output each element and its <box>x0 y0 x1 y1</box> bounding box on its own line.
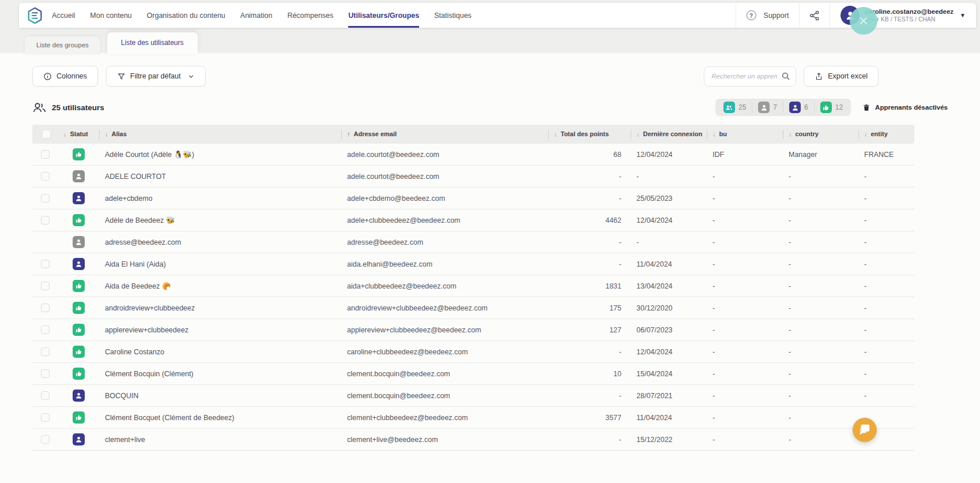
row-checkbox[interactable] <box>41 260 50 268</box>
disabled-learners-button[interactable]: Apprenants désactivés <box>862 103 948 112</box>
badge-person-6[interactable]: 6 <box>783 102 814 113</box>
badge-person-7[interactable]: 7 <box>752 102 783 113</box>
row-checkbox[interactable] <box>41 216 50 224</box>
cell-entity: - <box>858 282 914 290</box>
cell-entity: - <box>858 238 914 246</box>
badge-users-25[interactable]: 25 <box>718 102 752 113</box>
row-checkbox[interactable] <box>41 369 50 378</box>
column-header-country[interactable]: ↓country <box>783 125 858 144</box>
table-row[interactable]: androidreview+clubbeedeezandroidreview+c… <box>32 297 914 319</box>
row-checkbox-cell <box>32 282 58 290</box>
table-row[interactable]: Aida El Hani (Aida)aida.elhani@beedeez.c… <box>32 253 914 275</box>
table-row[interactable]: adele+cbdemoadele+cbdemo@beedeez.com-25/… <box>32 188 914 209</box>
nav-item-utilisateurs-groupes[interactable]: Utilisateurs/Groupes <box>348 3 419 28</box>
row-checkbox[interactable] <box>41 172 50 181</box>
table-row[interactable]: Adèle Courtot (Adèle 🐧🐝)adele.courtot@be… <box>32 144 914 166</box>
cell-country: - <box>783 436 858 444</box>
select-all-checkbox[interactable] <box>42 130 51 138</box>
chevron-down-icon <box>187 73 195 80</box>
toolbar-right: Export excel <box>704 66 879 87</box>
cell-alias: Aida El Hani (Aida) <box>99 260 341 268</box>
row-checkbox-cell <box>32 172 58 181</box>
table-header: ↓Statut↓Alias↑Adresse email↓Total des po… <box>32 125 914 144</box>
row-checkbox[interactable] <box>41 282 50 290</box>
cell-country: - <box>783 260 858 268</box>
cell-email: adele+cbdemo@beedeez.com <box>341 194 548 203</box>
cell-email: androidreview+clubbeedeez@beedeez.com <box>341 304 548 312</box>
cell-points: 10 <box>548 370 631 378</box>
cell-points: - <box>548 260 631 268</box>
column-label: entity <box>871 130 888 137</box>
cell-last-login: 13/04/2024 <box>631 282 707 290</box>
cell-email: clement+clubbeedeez@beedeez.com <box>341 414 548 422</box>
status-active-icon <box>73 411 85 424</box>
table-row[interactable]: Caroline Costanzocaroline+clubbeedeez@be… <box>32 341 914 363</box>
table-row[interactable]: Adèle de Beedeez 🐝adele+clubbeedeez@beed… <box>32 209 914 231</box>
cell-alias: Clément Bocquet (Clément de Beedeez) <box>99 414 341 422</box>
row-checkbox[interactable] <box>41 150 50 159</box>
column-header-adresse-email[interactable]: ↑Adresse email <box>341 125 548 144</box>
tab-liste-des-utilisateurs[interactable]: Liste des utilisateurs <box>107 32 198 54</box>
cell-country: - <box>783 282 858 290</box>
row-checkbox-cell <box>32 304 58 312</box>
columns-button[interactable]: Colonnes <box>32 66 98 87</box>
nav-item-animation[interactable]: Animation <box>240 3 273 28</box>
row-checkbox-cell <box>32 260 58 268</box>
row-checkbox[interactable] <box>41 325 50 334</box>
cell-last-login: 12/04/2024 <box>631 151 707 159</box>
table-row[interactable]: ADELE COURTOTadele.courtot@beedeez.com--… <box>32 166 914 188</box>
cell-statut <box>58 390 99 402</box>
org-share-icon[interactable] <box>799 3 830 28</box>
count-row: 25 utilisateurs 257612 Apprenants désact… <box>32 99 948 116</box>
row-checkbox[interactable] <box>41 194 50 203</box>
table-row[interactable]: BOCQUINclement.bocquin@beedeez.com-28/07… <box>32 385 914 407</box>
nav-item-accueil[interactable]: Accueil <box>52 3 75 28</box>
table-row[interactable]: Clément Bocquet (Clément de Beedeez)clem… <box>32 407 914 429</box>
tab-liste-des-groupes[interactable]: Liste des groupes <box>25 36 100 54</box>
cell-country: - <box>783 392 858 400</box>
nav-item-statistiques[interactable]: Statistiques <box>434 3 472 28</box>
row-checkbox[interactable] <box>41 435 50 444</box>
nav-item-r-compenses[interactable]: Récompenses <box>287 3 333 28</box>
column-header-bu[interactable]: ↓bu <box>707 125 783 144</box>
badge-thumb-12[interactable]: 12 <box>814 102 849 113</box>
table-row[interactable]: adresse@beedeez.comadresse@beedeez.com--… <box>32 231 914 253</box>
cell-entity: - <box>858 326 914 334</box>
search-box <box>704 66 796 87</box>
cell-email: applereview+clubbeedeez@beedeez.com <box>341 326 548 334</box>
filter-icon <box>117 72 126 81</box>
column-header-total-des-points[interactable]: ↓Total des points <box>548 125 631 144</box>
column-header-alias[interactable]: ↓Alias <box>99 125 341 144</box>
row-checkbox[interactable] <box>41 347 50 356</box>
close-icon <box>858 15 869 27</box>
cell-last-login: 28/07/2021 <box>631 392 707 400</box>
cell-points: - <box>548 436 631 444</box>
column-header-derni-re-connexion[interactable]: ↓Dernière connexion <box>631 125 707 144</box>
cell-points: 175 <box>548 304 631 312</box>
column-header-entity[interactable]: ↓entity <box>858 125 914 144</box>
table-row[interactable]: clement+liveclement+live@beedeez.com-15/… <box>32 429 914 451</box>
nav-item-mon-contenu[interactable]: Mon contenu <box>90 3 131 28</box>
row-checkbox[interactable] <box>41 391 50 400</box>
default-filter-button[interactable]: Filtre par défaut <box>106 66 206 87</box>
beedeez-logo[interactable] <box>27 3 43 28</box>
support-button[interactable]: ? Support <box>736 3 800 28</box>
row-checkbox[interactable] <box>41 413 50 422</box>
table-row[interactable]: applereview+clubbeedeezapplereview+clubb… <box>32 319 914 341</box>
table-row[interactable]: Aida de Beedeez 🥐aida+clubbeedeez@beedee… <box>32 275 914 297</box>
nav-item-organisation-du-contenu[interactable]: Organisation du contenu <box>147 3 225 28</box>
cell-country: Manager <box>783 151 858 159</box>
cell-email: clement+live@beedeez.com <box>341 436 548 444</box>
person-icon <box>758 102 770 113</box>
overlay-close-button[interactable] <box>850 7 877 35</box>
row-checkbox[interactable] <box>41 304 50 312</box>
chat-widget-button[interactable] <box>853 418 877 442</box>
toolbar-left: Colonnes Filtre par défaut <box>32 66 206 87</box>
main-content: Colonnes Filtre par défaut <box>0 53 980 483</box>
table-row[interactable]: Clément Bocquin (Clément)clement.bocquin… <box>32 363 914 385</box>
column-header-statut[interactable]: ↓Statut <box>58 125 99 144</box>
user-email: caroline.costanzo@beedeez <box>865 8 953 16</box>
sort-down-icon: ↓ <box>789 130 792 137</box>
search-icon[interactable] <box>781 72 790 81</box>
export-excel-button[interactable]: Export excel <box>804 66 879 87</box>
